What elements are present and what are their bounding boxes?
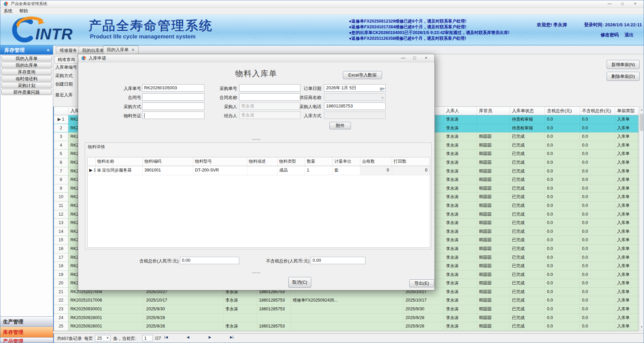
excel-import-button[interactable]: Excel导入数据 (343, 71, 382, 79)
scrollbar-thumb[interactable] (640, 114, 643, 131)
last-page-button[interactable]: ▶| (226, 335, 237, 339)
panel-inventory-management[interactable]: 库存管理 (0, 326, 53, 337)
entry-no-field[interactable]: RK20260105003 (142, 84, 204, 92)
dialog-maximize-button[interactable]: □ (409, 54, 420, 62)
attachment-button[interactable]: 附件 (329, 122, 351, 129)
window-minimize-button[interactable]: — (603, 0, 616, 8)
logout-link[interactable]: 退出 (624, 32, 634, 38)
table-cell: 9 (54, 184, 68, 193)
table-cell: 入库单 (615, 262, 639, 271)
table-cell: 0.0 (545, 314, 580, 322)
window-close-button[interactable]: × (629, 0, 642, 8)
grid-header-cell[interactable]: 合格数 (360, 157, 392, 166)
contract-no-field[interactable] (142, 93, 204, 101)
sidebar-header[interactable]: 库存管理 « (0, 45, 53, 55)
purchaser-phone-field[interactable]: 18601285753 (324, 102, 386, 110)
table-cell: 李永涛 (444, 305, 477, 314)
table-cell: 韩园园 (477, 167, 510, 176)
grid-header-cell[interactable]: 打回数 (392, 157, 430, 166)
table-header-cell[interactable]: 不含税总价(元) (580, 107, 615, 115)
sidebar-item-库存查询[interactable]: 库存查询 (1, 69, 52, 75)
table-header-cell[interactable] (54, 107, 68, 115)
table-header-cell[interactable]: 单据类型 (615, 107, 639, 115)
entry-no-label: 入库单号 (98, 86, 141, 92)
tax-total-field[interactable]: 0.00 (180, 257, 239, 264)
table-header-cell[interactable]: 入库单状态 (510, 107, 545, 115)
grid-header-cell[interactable]: 数量 (305, 157, 333, 166)
menu-item-系统[interactable]: 系统 (0, 8, 16, 14)
sidebar-item-采购计划[interactable]: 采购计划 (1, 82, 52, 88)
purchase-no-label: 采购单号 (210, 86, 237, 92)
table-cell: 0.0 (545, 150, 580, 158)
notification-list: ●返修单FX20250812329维修已超6个月，请及时联系客户处理!●返修单F… (349, 19, 509, 41)
calendar-icon[interactable]: ▦▾ (380, 85, 384, 92)
scroll-down-icon[interactable]: ▼ (639, 324, 644, 330)
table-cell: 李永涛 (444, 158, 477, 167)
sidebar-item-我的入库单[interactable]: 我的入库单 (1, 55, 52, 61)
grid-header-cell[interactable]: 物料型号 (193, 157, 247, 166)
tab-我的入库单[interactable]: 我的入库单✕ (103, 45, 138, 54)
next-page-button[interactable]: ▶ (204, 335, 216, 339)
grid-data-row[interactable]: ▶ 1⊞ 定位同步服务器3901001DT-200-SVR成品1套00 (88, 166, 430, 175)
grid-header-cell[interactable]: 物料名称 (96, 157, 143, 166)
table-cell: 15 (54, 236, 68, 245)
tab-close-icon[interactable]: ✕ (131, 48, 135, 52)
splitter-handle[interactable]: •••••• (78, 271, 434, 275)
grid-cell: 1 (305, 166, 333, 175)
material-voucher-field[interactable] (142, 112, 204, 119)
vertical-scrollbar[interactable]: ▲ ▼ (639, 106, 644, 331)
table-row[interactable]: 23RK202509300012025/9/30李永涛1860128575320… (54, 305, 638, 314)
prev-page-button[interactable]: ◀ (182, 335, 194, 339)
scroll-up-icon[interactable]: ▲ (639, 107, 644, 113)
table-cell: 李永涛 (223, 322, 257, 331)
change-password-link[interactable]: 修改密码 (601, 32, 619, 38)
menu-item-帮助[interactable]: 帮助 (16, 8, 31, 14)
grid-header-cell[interactable] (88, 157, 96, 166)
window-maximize-button[interactable]: □ (616, 0, 629, 8)
tab-维修服务[interactable]: 维修服务 (56, 46, 81, 54)
table-header-cell[interactable]: 入库人 (444, 107, 477, 115)
grid-header-cell[interactable]: 物料编码 (143, 157, 193, 166)
sidebar-item-临时借还料[interactable]: 临时借还料 (1, 75, 52, 82)
notax-total-field[interactable]: 0.00 (311, 257, 365, 264)
delete-record-button[interactable]: 删除单据(D) (607, 72, 640, 81)
table-row[interactable]: 25RK202509260012025/9/26李永涛1860128575320… (54, 322, 638, 331)
table-cell: 韩园园 (477, 245, 510, 253)
search-label-精准查询[interactable]: 精准查询 (55, 56, 78, 63)
table-header-cell[interactable]: 含税总价(元) (545, 107, 580, 115)
sidebar-item-部件质量问题[interactable]: 部件质量问题 (1, 89, 52, 95)
current-page-input[interactable]: 1 (142, 335, 153, 341)
export-button[interactable]: 导出(E) (409, 279, 434, 287)
order-date-picker[interactable]: 2026年 1月 5日 ▦▾ (324, 84, 386, 92)
grid-header-cell[interactable]: 物料描述 (247, 157, 278, 166)
table-row[interactable]: 24RK202509280012025/9/282025/9/28李永涛韩园园已… (54, 314, 638, 322)
panel-product-management[interactable]: 产品管理 (0, 337, 53, 343)
table-cell: 李永涛 (444, 245, 477, 253)
grid-header-cell[interactable]: 计量单位 (333, 157, 360, 166)
chevron-down-icon[interactable]: ∨ (381, 94, 384, 101)
dialog-close-button[interactable]: × (420, 54, 432, 62)
purchase-method-field[interactable] (142, 102, 204, 110)
table-cell: 入库单 (615, 305, 639, 314)
table-cell: 0.0 (580, 227, 615, 236)
cancel-button[interactable]: 取消(C) (288, 277, 311, 288)
table-header-cell[interactable]: 库管员 (477, 107, 510, 115)
panel-production-management[interactable]: 生产管理 (0, 316, 53, 326)
table-cell: 0.0 (580, 296, 615, 305)
search-label-采购方式: 采购方式 (55, 73, 73, 79)
table-cell: 18601285753 (257, 296, 291, 305)
splitter-handle[interactable]: •••••• (78, 138, 434, 141)
table-cell: 已完成 (510, 288, 545, 297)
dialog-minimize-button[interactable]: — (397, 54, 409, 62)
supplier-select[interactable]: ∨ (324, 93, 386, 101)
per-page-select[interactable]: 25 ▼ (95, 335, 110, 341)
sidebar-item-我的出库单[interactable]: 我的出库单 (1, 62, 52, 68)
first-page-button[interactable]: |◀ (160, 335, 172, 339)
table-cell: 入库单 (615, 236, 639, 245)
app-icon (4, 2, 8, 6)
collapse-icon[interactable]: « (47, 45, 50, 55)
table-cell: 0.0 (580, 305, 615, 314)
table-row[interactable]: 22RK202510170062025/10/17李永涛18601285753维… (54, 296, 638, 305)
grid-header-cell[interactable]: 物料类型 (278, 157, 305, 166)
add-record-button[interactable]: 新增单据(N) (607, 60, 640, 69)
